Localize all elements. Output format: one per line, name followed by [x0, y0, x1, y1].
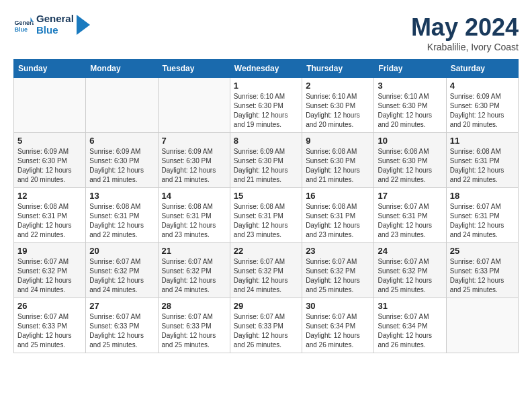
daylight-label: Daylight: 12 hours and 21 minutes. — [89, 167, 144, 183]
day-number: 8 — [234, 136, 298, 146]
calendar-day-cell: 7 Sunrise: 6:09 AM Sunset: 6:30 PM Dayli… — [158, 133, 230, 188]
daylight-label: Daylight: 12 hours and 21 minutes. — [234, 167, 288, 183]
sunset-label: Sunset: 6:31 PM — [450, 212, 500, 220]
sunrise-label: Sunrise: 6:07 AM — [89, 313, 140, 320]
sunset-label: Sunset: 6:32 PM — [378, 267, 427, 275]
calendar-day-cell: 23 Sunrise: 6:07 AM Sunset: 6:32 PM Dayl… — [302, 243, 374, 298]
sunrise-label: Sunrise: 6:07 AM — [234, 313, 285, 320]
sunrise-label: Sunrise: 6:09 AM — [162, 148, 213, 155]
daylight-label: Daylight: 12 hours and 19 minutes. — [234, 111, 288, 128]
day-info: Sunrise: 6:07 AM Sunset: 6:31 PM Dayligh… — [450, 202, 515, 240]
logo-arrow-icon — [77, 15, 90, 35]
sunrise-label: Sunrise: 6:09 AM — [89, 148, 140, 155]
calendar-body: 1 Sunrise: 6:10 AM Sunset: 6:30 PM Dayli… — [14, 78, 519, 353]
day-number: 24 — [378, 246, 442, 256]
sunrise-label: Sunrise: 6:10 AM — [306, 93, 357, 100]
daylight-label: Daylight: 12 hours and 23 minutes. — [378, 222, 432, 238]
calendar-day-cell: 20 Sunrise: 6:07 AM Sunset: 6:32 PM Dayl… — [86, 243, 158, 298]
sunset-label: Sunset: 6:31 PM — [234, 212, 283, 220]
sunrise-label: Sunrise: 6:08 AM — [378, 148, 429, 155]
sunset-label: Sunset: 6:31 PM — [162, 212, 212, 220]
sunset-label: Sunset: 6:32 PM — [306, 267, 355, 275]
sunrise-label: Sunrise: 6:07 AM — [378, 313, 429, 320]
daylight-label: Daylight: 12 hours and 22 minutes. — [17, 222, 72, 238]
calendar-day-cell: 16 Sunrise: 6:08 AM Sunset: 6:31 PM Dayl… — [302, 188, 374, 243]
sunrise-label: Sunrise: 6:07 AM — [450, 258, 501, 265]
weekday-header-row: Sunday Monday Tuesday Wednesday Thursday… — [14, 60, 519, 78]
daylight-label: Daylight: 12 hours and 26 minutes. — [378, 332, 432, 349]
day-info: Sunrise: 6:07 AM Sunset: 6:33 PM Dayligh… — [234, 312, 298, 350]
sunrise-label: Sunrise: 6:08 AM — [306, 148, 357, 155]
sunset-label: Sunset: 6:30 PM — [234, 102, 283, 109]
daylight-label: Daylight: 12 hours and 25 minutes. — [17, 332, 72, 349]
sunset-label: Sunset: 6:32 PM — [234, 267, 283, 275]
calendar-day-cell — [158, 78, 230, 133]
sunset-label: Sunset: 6:32 PM — [89, 267, 139, 275]
calendar-day-cell: 1 Sunrise: 6:10 AM Sunset: 6:30 PM Dayli… — [230, 78, 302, 133]
sunrise-label: Sunrise: 6:08 AM — [450, 148, 501, 155]
day-info: Sunrise: 6:08 AM Sunset: 6:31 PM Dayligh… — [234, 202, 298, 240]
calendar-day-cell: 18 Sunrise: 6:07 AM Sunset: 6:31 PM Dayl… — [446, 188, 518, 243]
sunset-label: Sunset: 6:30 PM — [378, 157, 427, 165]
calendar-day-cell: 12 Sunrise: 6:08 AM Sunset: 6:31 PM Dayl… — [14, 188, 86, 243]
daylight-label: Daylight: 12 hours and 24 minutes. — [450, 222, 504, 238]
sunset-label: Sunset: 6:33 PM — [162, 322, 212, 330]
day-info: Sunrise: 6:07 AM Sunset: 6:32 PM Dayligh… — [17, 257, 82, 295]
calendar-subtitle: Krabalilie, Ivory Coast — [411, 42, 519, 52]
day-info: Sunrise: 6:08 AM Sunset: 6:31 PM Dayligh… — [17, 202, 82, 240]
day-info: Sunrise: 6:09 AM Sunset: 6:30 PM Dayligh… — [234, 147, 298, 185]
calendar-day-cell: 2 Sunrise: 6:10 AM Sunset: 6:30 PM Dayli… — [302, 78, 374, 133]
day-number: 20 — [89, 246, 154, 256]
calendar-day-cell: 11 Sunrise: 6:08 AM Sunset: 6:31 PM Dayl… — [446, 133, 518, 188]
daylight-label: Daylight: 12 hours and 21 minutes. — [306, 167, 360, 183]
day-info: Sunrise: 6:07 AM Sunset: 6:33 PM Dayligh… — [450, 257, 515, 295]
calendar-day-cell: 10 Sunrise: 6:08 AM Sunset: 6:30 PM Dayl… — [374, 133, 446, 188]
sunrise-label: Sunrise: 6:07 AM — [450, 203, 501, 210]
day-info: Sunrise: 6:09 AM Sunset: 6:30 PM Dayligh… — [450, 92, 515, 130]
sunrise-label: Sunrise: 6:07 AM — [234, 258, 285, 265]
daylight-label: Daylight: 12 hours and 25 minutes. — [306, 277, 360, 293]
logo: General Blue General Blue — [13, 13, 90, 36]
day-info: Sunrise: 6:09 AM Sunset: 6:30 PM Dayligh… — [89, 147, 154, 185]
header-wednesday: Wednesday — [230, 60, 302, 78]
day-info: Sunrise: 6:09 AM Sunset: 6:30 PM Dayligh… — [162, 147, 226, 185]
calendar-day-cell: 14 Sunrise: 6:08 AM Sunset: 6:31 PM Dayl… — [158, 188, 230, 243]
logo-general: General — [36, 13, 74, 25]
day-number: 30 — [306, 301, 370, 311]
daylight-label: Daylight: 12 hours and 25 minutes. — [89, 332, 144, 349]
daylight-label: Daylight: 12 hours and 20 minutes. — [306, 111, 360, 128]
sunrise-label: Sunrise: 6:07 AM — [378, 258, 429, 265]
calendar-day-cell: 22 Sunrise: 6:07 AM Sunset: 6:32 PM Dayl… — [230, 243, 302, 298]
daylight-label: Daylight: 12 hours and 22 minutes. — [450, 167, 504, 183]
day-number: 5 — [17, 136, 82, 146]
calendar-week-row: 19 Sunrise: 6:07 AM Sunset: 6:32 PM Dayl… — [14, 243, 519, 298]
day-number: 29 — [234, 301, 298, 311]
sunset-label: Sunset: 6:32 PM — [162, 267, 212, 275]
calendar-day-cell: 26 Sunrise: 6:07 AM Sunset: 6:33 PM Dayl… — [14, 298, 86, 353]
calendar-week-row: 12 Sunrise: 6:08 AM Sunset: 6:31 PM Dayl… — [14, 188, 519, 243]
header-saturday: Saturday — [446, 60, 518, 78]
day-number: 31 — [378, 301, 442, 311]
sunset-label: Sunset: 6:31 PM — [17, 212, 67, 220]
sunset-label: Sunset: 6:30 PM — [162, 157, 212, 165]
sunrise-label: Sunrise: 6:07 AM — [89, 258, 140, 265]
day-info: Sunrise: 6:07 AM Sunset: 6:32 PM Dayligh… — [306, 257, 370, 295]
daylight-label: Daylight: 12 hours and 25 minutes. — [450, 277, 504, 293]
day-info: Sunrise: 6:08 AM Sunset: 6:31 PM Dayligh… — [306, 202, 370, 240]
daylight-label: Daylight: 12 hours and 24 minutes. — [17, 277, 72, 293]
calendar-day-cell: 3 Sunrise: 6:10 AM Sunset: 6:30 PM Dayli… — [374, 78, 446, 133]
sunrise-label: Sunrise: 6:10 AM — [378, 93, 429, 100]
day-number: 17 — [378, 191, 442, 201]
svg-marker-3 — [77, 15, 90, 35]
sunrise-label: Sunrise: 6:08 AM — [17, 203, 69, 210]
daylight-label: Daylight: 12 hours and 23 minutes. — [306, 222, 360, 238]
sunset-label: Sunset: 6:31 PM — [306, 212, 355, 220]
day-number: 1 — [234, 81, 298, 91]
day-number: 15 — [234, 191, 298, 201]
sunrise-label: Sunrise: 6:07 AM — [378, 203, 429, 210]
sunset-label: Sunset: 6:30 PM — [378, 102, 427, 109]
calendar-week-row: 1 Sunrise: 6:10 AM Sunset: 6:30 PM Dayli… — [14, 78, 519, 133]
sunrise-label: Sunrise: 6:07 AM — [162, 313, 213, 320]
sunset-label: Sunset: 6:30 PM — [17, 157, 67, 165]
day-info: Sunrise: 6:10 AM Sunset: 6:30 PM Dayligh… — [234, 92, 298, 130]
